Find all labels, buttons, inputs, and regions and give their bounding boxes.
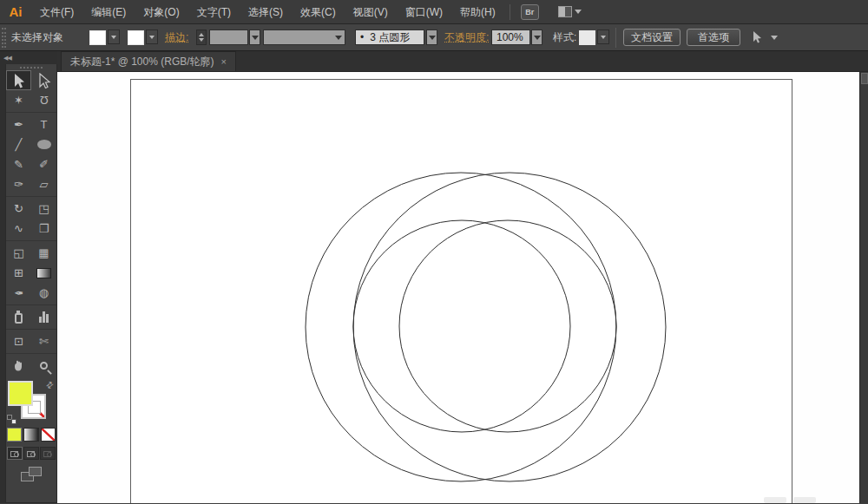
screen-mode-button[interactable] bbox=[21, 467, 42, 481]
stroke-panel-link[interactable]: 描边: bbox=[165, 29, 188, 45]
fill-swatch[interactable] bbox=[8, 381, 33, 406]
chevron-down-icon bbox=[149, 36, 155, 39]
tool-ellipse[interactable] bbox=[31, 134, 56, 154]
tool-type[interactable]: T bbox=[31, 115, 56, 134]
menu-item-5[interactable]: 效果(C) bbox=[292, 0, 345, 24]
style-dropdown[interactable] bbox=[597, 29, 609, 44]
tool-selection[interactable] bbox=[6, 70, 31, 90]
arrange-documents-button[interactable] bbox=[558, 6, 582, 17]
fill-color-dropdown[interactable] bbox=[108, 29, 120, 44]
tool-scale[interactable]: ◳ bbox=[31, 199, 56, 219]
artwork-circles[interactable] bbox=[57, 72, 859, 503]
eraser-icon: ▱ bbox=[40, 179, 49, 190]
menu-item-3[interactable]: 文字(T) bbox=[188, 0, 240, 24]
stroke-weight-input[interactable] bbox=[209, 29, 248, 45]
tool-hand[interactable] bbox=[6, 356, 31, 376]
tool-mesh[interactable]: ⊞ bbox=[6, 263, 31, 283]
control-bar-grip[interactable] bbox=[2, 28, 6, 48]
gradient-button[interactable] bbox=[23, 428, 38, 442]
stroke-weight-dropdown[interactable] bbox=[249, 29, 260, 45]
tool-free-transform[interactable]: ❐ bbox=[31, 219, 56, 239]
menu-item-4[interactable]: 选择(S) bbox=[240, 0, 292, 24]
tab-close-icon[interactable]: × bbox=[221, 56, 227, 67]
tool-artboard[interactable]: ⊡ bbox=[6, 331, 31, 351]
brush-definition-dropdown[interactable]: • 3 点圆形 bbox=[355, 29, 424, 45]
style-swatch[interactable] bbox=[579, 29, 595, 45]
brush-definition-arrow[interactable] bbox=[426, 29, 437, 45]
bridge-button[interactable]: Br bbox=[521, 4, 539, 20]
draw-behind-button[interactable] bbox=[23, 447, 39, 460]
menu-item-8[interactable]: 帮助(H) bbox=[451, 0, 504, 24]
tool-blob-brush[interactable]: ✑ bbox=[6, 174, 31, 194]
brush-thumbnail-icon: • bbox=[360, 31, 364, 43]
canvas[interactable] bbox=[57, 72, 868, 503]
color-button[interactable] bbox=[7, 428, 22, 442]
circle-path-4[interactable] bbox=[399, 220, 616, 432]
none-icon bbox=[42, 429, 55, 441]
chevron-down-icon bbox=[601, 36, 606, 39]
tool-rotate[interactable]: ↻ bbox=[6, 199, 31, 219]
tool-grid: ✶Ω✒T╱✎✐✑▱↻◳∿❐◱▦⊞✒◍⊡✄ bbox=[6, 70, 56, 376]
tool-eyedropper[interactable]: ✒ bbox=[6, 283, 31, 303]
tool-shape-builder[interactable]: ◱ bbox=[6, 243, 31, 263]
tool-symbol-sprayer[interactable] bbox=[6, 307, 31, 327]
tool-column-graph[interactable] bbox=[31, 307, 56, 327]
tool-eraser[interactable]: ▱ bbox=[31, 174, 56, 194]
default-fill-stroke-icon[interactable] bbox=[7, 415, 16, 424]
tool-magic-wand[interactable]: ✶ bbox=[6, 90, 31, 110]
tool-direct-selection[interactable] bbox=[31, 70, 56, 90]
panel-drag-handle[interactable] bbox=[6, 64, 56, 70]
scrollbar-thumb[interactable] bbox=[861, 73, 868, 84]
column-graph-icon bbox=[39, 311, 49, 323]
opacity-panel-link[interactable]: 不透明度: bbox=[444, 29, 489, 45]
width-profile-dropdown[interactable] bbox=[263, 29, 345, 45]
tool-pen[interactable]: ✒ bbox=[6, 115, 31, 134]
tool-gradient[interactable] bbox=[31, 263, 56, 283]
tool-line-segment[interactable]: ╱ bbox=[6, 134, 31, 154]
chevron-down-icon bbox=[429, 36, 436, 40]
document-tab[interactable]: 未标题-1* @ 100% (RGB/轮廓) × bbox=[61, 51, 236, 71]
menu-item-2[interactable]: 对象(O) bbox=[135, 0, 187, 24]
style-label: 样式: bbox=[553, 29, 576, 45]
circle-path-2[interactable] bbox=[353, 173, 666, 481]
preferences-button[interactable]: 首选项 bbox=[687, 29, 740, 46]
collapse-panel-button[interactable]: ◀◀ bbox=[3, 55, 11, 62]
circle-path-3[interactable] bbox=[353, 220, 570, 432]
opacity-input[interactable]: 100% bbox=[491, 29, 530, 45]
tool-pencil[interactable]: ✐ bbox=[31, 154, 56, 174]
fill-color-swatch[interactable] bbox=[89, 29, 106, 45]
opacity-dropdown[interactable] bbox=[531, 29, 542, 45]
width-icon: ∿ bbox=[14, 223, 23, 234]
menu-item-6[interactable]: 视图(V) bbox=[345, 0, 397, 24]
vertical-scrollbar[interactable] bbox=[859, 72, 868, 503]
tool-blend[interactable]: ◍ bbox=[31, 283, 56, 303]
tool-perspective-grid[interactable]: ▦ bbox=[31, 243, 56, 263]
selection-status: 未选择对象 bbox=[11, 29, 63, 45]
select-similar-icon bbox=[750, 30, 764, 44]
swap-fill-stroke-icon[interactable]: ⇄ bbox=[43, 379, 55, 391]
stroke-weight-stepper[interactable] bbox=[196, 29, 207, 45]
none-button[interactable] bbox=[41, 428, 56, 442]
circle-path-1[interactable] bbox=[306, 173, 616, 481]
select-similar-dropdown[interactable] bbox=[771, 29, 778, 45]
menu-item-1[interactable]: 编辑(E) bbox=[82, 0, 135, 24]
tool-slice[interactable]: ✄ bbox=[31, 331, 56, 351]
paintbrush-icon: ✎ bbox=[14, 159, 23, 170]
document-setup-button[interactable]: 文档设置 bbox=[623, 29, 681, 46]
tool-paintbrush[interactable]: ✎ bbox=[6, 154, 31, 174]
tool-width[interactable]: ∿ bbox=[6, 219, 31, 239]
menu-item-7[interactable]: 窗口(W) bbox=[397, 0, 451, 24]
stroke-color-swatch[interactable] bbox=[128, 29, 144, 45]
ellipse-icon bbox=[37, 140, 51, 149]
stepper-down-icon[interactable] bbox=[199, 38, 204, 42]
app-logo: Ai bbox=[0, 4, 31, 19]
draw-normal-button[interactable] bbox=[7, 447, 23, 460]
stepper-up-icon[interactable] bbox=[199, 33, 204, 36]
tool-lasso[interactable]: Ω bbox=[31, 90, 56, 110]
tool-zoom[interactable] bbox=[31, 356, 56, 376]
menu-item-0[interactable]: 文件(F) bbox=[31, 0, 82, 24]
select-similar-button[interactable] bbox=[750, 29, 764, 45]
menu-items: 文件(F)编辑(E)对象(O)文字(T)选择(S)效果(C)视图(V)窗口(W)… bbox=[31, 0, 504, 24]
draw-inside-button[interactable] bbox=[40, 447, 56, 460]
stroke-color-dropdown[interactable] bbox=[146, 29, 158, 44]
